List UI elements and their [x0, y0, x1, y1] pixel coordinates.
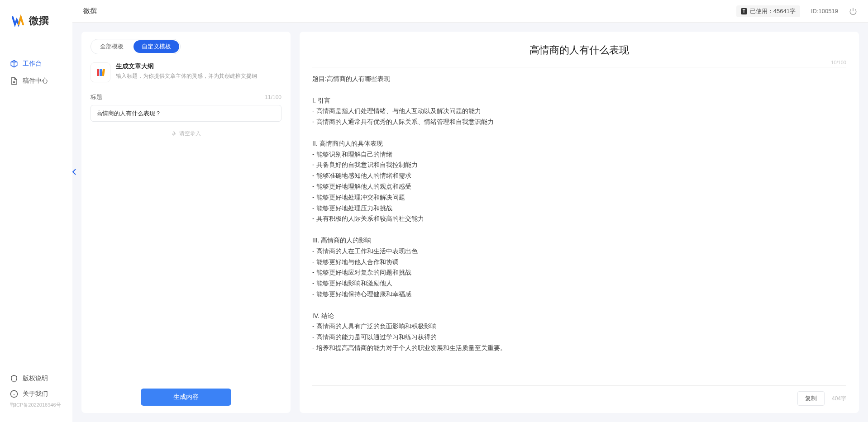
nav-label: 稿件中心: [23, 77, 48, 85]
logo: 微撰: [0, 14, 72, 28]
page-title: 微撰: [83, 7, 97, 15]
template-icon: [91, 62, 110, 82]
usage-text: 已使用：45641字: [750, 7, 796, 15]
output-title-count: 10/100: [312, 60, 846, 67]
logo-icon: [11, 14, 25, 28]
cube-icon: [10, 60, 18, 68]
template-desc: 输入标题，为你提供文章主体的灵感，并为其创建推文提纲: [116, 72, 257, 80]
user-id: ID:100519: [811, 8, 838, 14]
document-icon: [10, 77, 18, 85]
sidebar: 微撰 工作台 稿件中心 版权说明 关于我们 鄂ICP备2022016946号: [0, 0, 72, 422]
template-tabs: 全部模板 自定义模板: [91, 39, 181, 54]
topbar: 微撰 T 已使用：45641字 ID:100519: [72, 0, 868, 23]
voice-label: 请空录入: [179, 130, 201, 138]
svg-rect-3: [97, 69, 99, 76]
main: 微撰 T 已使用：45641字 ID:100519 全部模板 自定义模板: [72, 0, 868, 422]
sidebar-footer: 版权说明 关于我们 鄂ICP备2022016946号: [0, 371, 72, 422]
input-panel: 全部模板 自定义模板 生成文章大纲 输入标题，为你提供文章主体的灵感，并为其创建…: [81, 32, 291, 413]
svg-rect-6: [173, 132, 175, 134]
output-body: 题目:高情商的人有哪些表现 I. 引言 - 高情商是指人们处理情绪、与他人互动以…: [312, 74, 846, 381]
title-field-header: 标题 11/100: [91, 93, 281, 101]
title-label: 标题: [91, 93, 102, 101]
sidebar-collapse[interactable]: [72, 167, 77, 176]
output-footer: 复制 404字: [312, 385, 846, 406]
chevron-left-icon: [72, 168, 76, 175]
mic-icon: [171, 131, 176, 137]
usage-badge: T 已使用：45641字: [736, 5, 800, 17]
about-link[interactable]: 关于我们: [0, 386, 72, 402]
topbar-right: T 已使用：45641字 ID:100519: [736, 5, 857, 17]
title-input[interactable]: [91, 105, 281, 122]
content: 全部模板 自定义模板 生成文章大纲 输入标题，为你提供文章主体的灵感，并为其创建…: [72, 23, 868, 422]
output-title: 高情商的人有什么表现: [312, 43, 846, 57]
info-icon: [10, 390, 18, 398]
output-panel: 高情商的人有什么表现 10/100 题目:高情商的人有哪些表现 I. 引言 - …: [300, 32, 859, 413]
power-icon[interactable]: [849, 7, 857, 15]
generate-button[interactable]: 生成内容: [141, 389, 231, 406]
template-title: 生成文章大纲: [116, 62, 257, 71]
footer-label: 版权说明: [23, 375, 48, 383]
logo-text: 微撰: [29, 14, 49, 28]
copy-button[interactable]: 复制: [797, 391, 825, 406]
icp-text: 鄂ICP备2022016946号: [0, 402, 72, 413]
text-icon: T: [741, 8, 747, 14]
books-icon: [95, 67, 106, 78]
nav-drafts[interactable]: 稿件中心: [0, 72, 72, 90]
nav-label: 工作台: [23, 60, 42, 68]
output-char-count: 404字: [832, 395, 846, 403]
tab-custom[interactable]: 自定义模板: [134, 40, 179, 53]
tab-all[interactable]: 全部模板: [92, 40, 132, 53]
voice-record[interactable]: 请空录入: [91, 130, 281, 138]
copyright-link[interactable]: 版权说明: [0, 371, 72, 386]
nav-workbench[interactable]: 工作台: [0, 55, 72, 72]
template-info: 生成文章大纲 输入标题，为你提供文章主体的灵感，并为其创建推文提纲: [116, 62, 257, 82]
title-counter: 11/100: [265, 94, 281, 100]
svg-rect-5: [102, 69, 105, 76]
footer-label: 关于我们: [23, 390, 48, 398]
template-card: 生成文章大纲 输入标题，为你提供文章主体的灵感，并为其创建推文提纲: [91, 62, 281, 82]
shield-icon: [10, 375, 18, 383]
svg-rect-4: [100, 69, 102, 76]
